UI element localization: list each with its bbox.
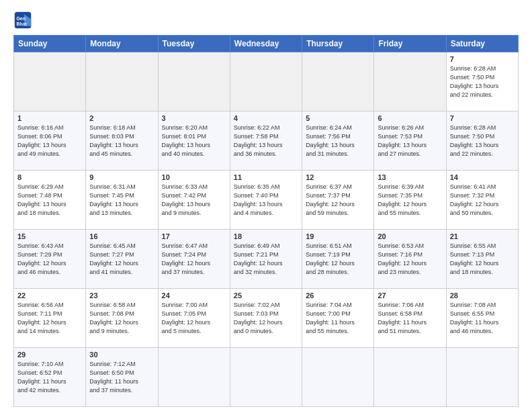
day-info: Sunrise: 6:28 AM Sunset: 7:50 PM Dayligh… — [450, 124, 515, 158]
day-info: Sunrise: 6:55 AM Sunset: 7:13 PM Dayligh… — [450, 242, 515, 277]
calendar-week-row: 8Sunrise: 6:29 AM Sunset: 7:48 PM Daylig… — [14, 171, 519, 230]
day-number: 18 — [234, 232, 298, 240]
day-info: Sunrise: 6:31 AM Sunset: 7:45 PM Dayligh… — [89, 183, 154, 218]
calendar-header-cell: Monday — [86, 36, 158, 52]
day-info: Sunrise: 6:51 AM Sunset: 7:19 PM Dayligh… — [306, 242, 370, 277]
day-number: 22 — [17, 291, 82, 300]
day-info: Sunrise: 6:53 AM Sunset: 7:16 PM Dayligh… — [378, 242, 442, 277]
calendar-day-cell: 2Sunrise: 6:18 AM Sunset: 8:03 PM Daylig… — [86, 111, 158, 171]
calendar-day-cell: 24Sunrise: 7:00 AM Sunset: 7:05 PM Dayli… — [158, 289, 230, 348]
calendar-day-cell: 9Sunrise: 6:31 AM Sunset: 7:45 PM Daylig… — [86, 171, 158, 230]
day-number: 28 — [450, 291, 515, 300]
calendar-day-cell — [230, 52, 302, 111]
day-info: Sunrise: 6:35 AM Sunset: 7:40 PM Dayligh… — [234, 183, 298, 218]
calendar-day-cell — [86, 52, 158, 111]
calendar-body: 7Sunrise: 6:28 AM Sunset: 7:50 PM Daylig… — [14, 52, 519, 407]
day-info: Sunrise: 6:43 AM Sunset: 7:29 PM Dayligh… — [17, 242, 82, 277]
calendar-header-row: SundayMondayTuesdayWednesdayThursdayFrid… — [14, 36, 519, 52]
calendar-week-row: 1Sunrise: 6:16 AM Sunset: 8:06 PM Daylig… — [14, 111, 519, 171]
calendar-day-cell: 3Sunrise: 6:20 AM Sunset: 8:01 PM Daylig… — [158, 111, 230, 171]
day-number: 2 — [89, 114, 154, 122]
calendar-header-cell: Wednesday — [230, 36, 302, 52]
calendar-day-cell — [302, 348, 374, 407]
calendar-day-cell: 13Sunrise: 6:39 AM Sunset: 7:35 PM Dayli… — [374, 171, 446, 230]
day-number: 20 — [378, 232, 442, 240]
day-number: 25 — [234, 291, 298, 300]
day-info: Sunrise: 6:37 AM Sunset: 7:37 PM Dayligh… — [306, 183, 370, 218]
svg-text:Blue: Blue — [16, 21, 26, 26]
calendar-day-cell: 26Sunrise: 7:04 AM Sunset: 7:00 PM Dayli… — [302, 289, 374, 348]
header: Gen Blue — [13, 11, 519, 30]
day-info: Sunrise: 7:04 AM Sunset: 7:00 PM Dayligh… — [306, 301, 370, 336]
calendar-day-cell: 16Sunrise: 6:45 AM Sunset: 7:27 PM Dayli… — [86, 230, 158, 289]
page: Gen Blue SundayMondayTuesdayWednesdayThu… — [0, 0, 532, 411]
day-number: 11 — [234, 173, 298, 181]
day-info: Sunrise: 6:49 AM Sunset: 7:21 PM Dayligh… — [234, 242, 298, 277]
day-number: 24 — [162, 291, 226, 300]
day-info: Sunrise: 7:06 AM Sunset: 6:58 PM Dayligh… — [378, 301, 442, 336]
calendar-day-cell: 21Sunrise: 6:55 AM Sunset: 7:13 PM Dayli… — [446, 230, 518, 289]
calendar-day-cell: 29Sunrise: 7:10 AM Sunset: 6:52 PM Dayli… — [14, 348, 86, 407]
calendar-day-cell: 19Sunrise: 6:51 AM Sunset: 7:19 PM Dayli… — [302, 230, 374, 289]
calendar-day-cell: 23Sunrise: 6:58 AM Sunset: 7:08 PM Dayli… — [86, 289, 158, 348]
calendar-day-cell — [446, 348, 518, 407]
logo: Gen Blue — [13, 11, 35, 30]
day-info: Sunrise: 6:28 AM Sunset: 7:50 PM Dayligh… — [450, 64, 515, 99]
calendar-day-cell — [14, 52, 86, 111]
calendar-week-row: 15Sunrise: 6:43 AM Sunset: 7:29 PM Dayli… — [14, 230, 519, 289]
calendar-day-cell: 10Sunrise: 6:33 AM Sunset: 7:42 PM Dayli… — [158, 171, 230, 230]
calendar-day-cell: 7Sunrise: 6:28 AM Sunset: 7:50 PM Daylig… — [446, 111, 518, 171]
day-number: 9 — [89, 173, 154, 181]
logo-icon: Gen Blue — [13, 11, 32, 30]
day-info: Sunrise: 7:12 AM Sunset: 6:50 PM Dayligh… — [89, 360, 154, 395]
day-number: 16 — [89, 232, 154, 240]
day-number: 12 — [306, 173, 370, 181]
calendar-day-cell: 22Sunrise: 6:56 AM Sunset: 7:11 PM Dayli… — [14, 289, 86, 348]
calendar-day-cell — [374, 52, 446, 111]
day-number: 6 — [378, 114, 442, 122]
calendar-day-cell: 11Sunrise: 6:35 AM Sunset: 7:40 PM Dayli… — [230, 171, 302, 230]
day-info: Sunrise: 6:45 AM Sunset: 7:27 PM Dayligh… — [89, 242, 154, 277]
calendar-day-cell: 12Sunrise: 6:37 AM Sunset: 7:37 PM Dayli… — [302, 171, 374, 230]
day-info: Sunrise: 6:22 AM Sunset: 7:58 PM Dayligh… — [234, 124, 298, 158]
calendar-day-cell: 17Sunrise: 6:47 AM Sunset: 7:24 PM Dayli… — [158, 230, 230, 289]
calendar-day-cell: 15Sunrise: 6:43 AM Sunset: 7:29 PM Dayli… — [14, 230, 86, 289]
day-info: Sunrise: 6:58 AM Sunset: 7:08 PM Dayligh… — [89, 301, 154, 336]
day-number: 13 — [378, 173, 442, 181]
calendar-day-cell: 7Sunrise: 6:28 AM Sunset: 7:50 PM Daylig… — [446, 52, 518, 111]
day-info: Sunrise: 7:00 AM Sunset: 7:05 PM Dayligh… — [162, 301, 226, 336]
calendar-header-cell: Saturday — [446, 36, 518, 52]
day-info: Sunrise: 7:08 AM Sunset: 6:55 PM Dayligh… — [450, 301, 515, 336]
calendar-day-cell: 18Sunrise: 6:49 AM Sunset: 7:21 PM Dayli… — [230, 230, 302, 289]
calendar-header-cell: Thursday — [302, 36, 374, 52]
day-number: 7 — [450, 55, 515, 63]
calendar-day-cell: 30Sunrise: 7:12 AM Sunset: 6:50 PM Dayli… — [86, 348, 158, 407]
calendar-day-cell — [374, 348, 446, 407]
calendar-day-cell — [302, 52, 374, 111]
calendar-day-cell: 8Sunrise: 6:29 AM Sunset: 7:48 PM Daylig… — [14, 171, 86, 230]
day-info: Sunrise: 6:26 AM Sunset: 7:53 PM Dayligh… — [378, 124, 442, 158]
day-number: 19 — [306, 232, 370, 240]
day-number: 27 — [378, 291, 442, 300]
svg-text:Gen: Gen — [16, 16, 26, 21]
day-number: 23 — [89, 291, 154, 300]
calendar-day-cell — [158, 348, 230, 407]
day-info: Sunrise: 6:16 AM Sunset: 8:06 PM Dayligh… — [17, 124, 82, 158]
day-info: Sunrise: 6:33 AM Sunset: 7:42 PM Dayligh… — [162, 183, 226, 218]
calendar-day-cell: 6Sunrise: 6:26 AM Sunset: 7:53 PM Daylig… — [374, 111, 446, 171]
day-number: 26 — [306, 291, 370, 300]
day-number: 8 — [17, 173, 82, 181]
calendar-day-cell: 25Sunrise: 7:02 AM Sunset: 7:03 PM Dayli… — [230, 289, 302, 348]
day-info: Sunrise: 6:18 AM Sunset: 8:03 PM Dayligh… — [89, 124, 154, 158]
day-number: 3 — [162, 114, 226, 122]
calendar-day-cell — [230, 348, 302, 407]
day-info: Sunrise: 6:47 AM Sunset: 7:24 PM Dayligh… — [162, 242, 226, 277]
day-number: 30 — [89, 351, 154, 359]
calendar-week-row: 7Sunrise: 6:28 AM Sunset: 7:50 PM Daylig… — [14, 52, 519, 111]
calendar-day-cell: 28Sunrise: 7:08 AM Sunset: 6:55 PM Dayli… — [446, 289, 518, 348]
calendar-day-cell: 14Sunrise: 6:41 AM Sunset: 7:32 PM Dayli… — [446, 171, 518, 230]
day-info: Sunrise: 7:02 AM Sunset: 7:03 PM Dayligh… — [234, 301, 298, 336]
calendar-header-cell: Friday — [374, 36, 446, 52]
day-number: 10 — [162, 173, 226, 181]
calendar-day-cell: 5Sunrise: 6:24 AM Sunset: 7:56 PM Daylig… — [302, 111, 374, 171]
